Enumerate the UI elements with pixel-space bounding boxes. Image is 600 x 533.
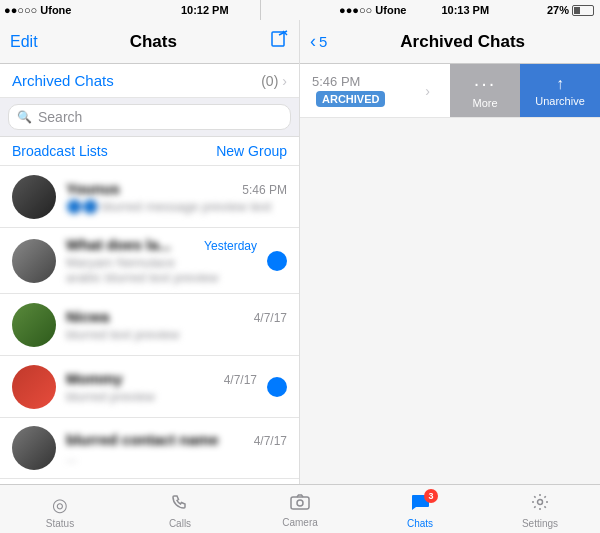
search-container: 🔍 Search [0, 98, 299, 137]
archived-title: Archived Chats [335, 32, 590, 52]
broadcast-lists-button[interactable]: Broadcast Lists [12, 143, 108, 159]
left-time: 10:12 PM [150, 0, 260, 20]
chat-time: 4/7/17 [224, 373, 257, 387]
archived-navbar: ‹ 5 Archived Chats [300, 20, 600, 64]
camera-icon [290, 494, 310, 515]
right-status-bar: ●●●○○ Ufone [261, 0, 411, 20]
chat-time: Yesterday [204, 239, 257, 253]
tab-settings[interactable]: Settings [480, 489, 600, 529]
chat-name: blurred contact name [66, 431, 219, 448]
battery-bar [572, 5, 594, 16]
more-action-button[interactable]: ··· More [450, 64, 520, 117]
chat-time: 4/7/17 [254, 434, 287, 448]
unarchive-button[interactable]: ↑ Unarchive [520, 64, 600, 117]
archived-count: (0) › [261, 73, 287, 89]
chats-badge-wrap: 3 [410, 493, 430, 516]
chat-name: Younus [66, 180, 120, 197]
avatar [12, 175, 56, 219]
archived-chevron-icon: › [282, 73, 287, 89]
chat-time: 5:46 PM [242, 183, 287, 197]
chat-preview: blurred text preview [66, 327, 287, 342]
avatar [12, 303, 56, 347]
avatar [12, 365, 56, 409]
archived-chats-row[interactable]: Archived Chats (0) › [0, 64, 299, 98]
right-carrier: ●●●○○ Ufone [339, 4, 406, 16]
left-carrier: ●●○○○ Ufone [4, 4, 71, 16]
tab-status[interactable]: ◎ Status [0, 490, 120, 529]
chat-meta [267, 251, 287, 271]
battery-icon: 27% [547, 4, 569, 16]
status-icon: ◎ [52, 494, 68, 516]
unarchive-icon: ↑ [556, 75, 564, 93]
back-count: 5 [319, 33, 327, 50]
archived-badge: ARCHIVED [316, 91, 385, 107]
unread-badge [267, 251, 287, 271]
chat-preview: Maryam Nemulace [66, 255, 257, 270]
archived-panel: ‹ 5 Archived Chats 5:46 PM ARCHIVED › ··… [300, 20, 600, 484]
chat-info: Mommy 4/7/17 blurred preview [66, 370, 257, 404]
search-input[interactable]: Search [38, 109, 82, 125]
svg-rect-3 [291, 497, 309, 509]
left-status-bar: ●●○○○ Ufone [0, 0, 150, 20]
tab-status-label: Status [46, 518, 74, 529]
archived-item[interactable]: 5:46 PM ARCHIVED › [300, 64, 450, 117]
new-group-button[interactable]: New Group [216, 143, 287, 159]
chat-meta [267, 377, 287, 397]
calls-icon [171, 493, 189, 516]
chat-preview: ... [66, 450, 287, 465]
chat-list: Younus 5:46 PM 🔵🔵 blurred message previe… [0, 166, 299, 484]
tab-settings-label: Settings [522, 518, 558, 529]
chat-preview: blurred preview [66, 389, 257, 404]
chats-navbar: Edit Chats [0, 20, 299, 64]
tab-camera[interactable]: Camera [240, 490, 360, 528]
list-item[interactable]: What does la... Yesterday Maryam Nemulac… [0, 228, 299, 294]
tab-camera-label: Camera [282, 517, 318, 528]
chats-unread-badge: 3 [424, 489, 438, 503]
archived-item-time: 5:46 PM [312, 74, 417, 89]
chat-name: What does la... [66, 236, 171, 253]
svg-point-4 [297, 500, 303, 506]
search-icon: 🔍 [17, 110, 32, 124]
avatar [12, 426, 56, 470]
chat-time: 4/7/17 [254, 311, 287, 325]
chat-info: What does la... Yesterday Maryam Nemulac… [66, 236, 257, 285]
chat-preview2: arabic blurred text preview [66, 270, 257, 285]
unarchive-label: Unarchive [535, 95, 585, 107]
tab-chats-label: Chats [407, 518, 433, 529]
more-dots-icon: ··· [474, 72, 497, 95]
unread-badge [267, 377, 287, 397]
item-chevron-icon: › [425, 83, 438, 99]
list-item[interactable]: blurred contact name 4/7/17 ... [0, 418, 299, 479]
broadcast-row: Broadcast Lists New Group [0, 137, 299, 166]
chats-panel: Edit Chats Archived Chats (0) › 🔍 Sea [0, 20, 300, 484]
list-item[interactable]: Younus 5:46 PM 🔵🔵 blurred message previe… [0, 166, 299, 228]
archived-chats-label: Archived Chats [12, 72, 114, 89]
chat-name: Mommy [66, 370, 123, 387]
settings-icon [531, 493, 549, 516]
chat-preview: 🔵🔵 blurred message preview text [66, 199, 287, 214]
tab-chats[interactable]: 3 Chats [360, 489, 480, 529]
archived-item-container: 5:46 PM ARCHIVED › ··· More ↑ Unarchive [300, 64, 600, 118]
tab-calls[interactable]: Calls [120, 489, 240, 529]
archived-empty-area [300, 118, 600, 484]
avatar [12, 239, 56, 283]
tab-bar: ◎ Status Calls Camera 3 [0, 484, 600, 533]
edit-button[interactable]: Edit [10, 33, 38, 51]
chat-info: Younus 5:46 PM 🔵🔵 blurred message previe… [66, 180, 287, 214]
tab-calls-label: Calls [169, 518, 191, 529]
more-label: More [472, 97, 497, 109]
search-bar[interactable]: 🔍 Search [8, 104, 291, 130]
back-button[interactable]: ‹ 5 [310, 31, 327, 52]
svg-point-5 [538, 500, 543, 505]
back-chevron-icon: ‹ [310, 31, 316, 52]
list-item[interactable]: Nicwa 4/7/17 blurred text preview [0, 294, 299, 356]
right-time: 10:13 PM [411, 0, 521, 20]
chats-title: Chats [130, 32, 177, 52]
list-item[interactable]: Mommy 4/7/17 blurred preview [0, 356, 299, 418]
chat-name: Nicwa [66, 308, 109, 325]
chat-info: blurred contact name 4/7/17 ... [66, 431, 287, 465]
chat-info: Nicwa 4/7/17 blurred text preview [66, 308, 287, 342]
compose-button[interactable] [269, 29, 289, 54]
